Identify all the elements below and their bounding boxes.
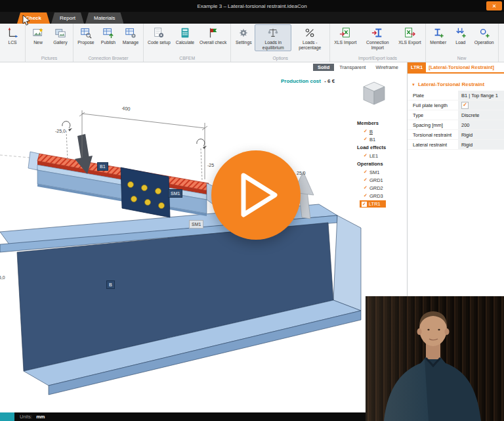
connection-import-label: Connection Import <box>362 40 393 51</box>
tree-item-b1[interactable]: ✓ B1 <box>350 135 407 143</box>
dim-label-mid: -25 <box>207 163 214 167</box>
titlebar: Example 3 – Lateral-torsional restraint.… <box>0 0 504 12</box>
view-mode-transparent[interactable]: Transparent <box>335 64 370 71</box>
calculate-button[interactable]: Calculate <box>173 24 197 46</box>
ribbon-group-label: New <box>427 55 497 62</box>
check-icon: ✓ <box>364 177 368 183</box>
chevron-down-icon: ▼ <box>411 83 415 87</box>
property-row-lateral-restraint: Lateral restraint Rigid <box>408 140 504 150</box>
property-value[interactable]: 200 <box>457 120 504 129</box>
tree-group-load-effects[interactable]: Load effects <box>350 143 407 152</box>
lcs-button[interactable]: LCS <box>1 24 24 46</box>
xls-import-button[interactable]: XLS Import <box>331 24 359 46</box>
ribbon-group-label: Import/Export loads <box>331 55 423 62</box>
member-b[interactable] <box>0 204 361 395</box>
mouse-cursor <box>22 14 30 29</box>
check-icon: ✓ <box>364 153 368 158</box>
settings-label: Settings <box>236 40 252 45</box>
check-icon: ✓ <box>364 185 368 190</box>
loads-percentage-label: Loads - percentage <box>294 40 326 51</box>
tree-item-ltr1-selected[interactable]: ✓ LTR1 <box>360 200 386 208</box>
propose-button[interactable]: Propose <box>75 24 97 46</box>
manage-button[interactable]: Manage <box>119 24 142 46</box>
operation-title: [Lateral-Torsional Restraint] <box>426 62 494 72</box>
property-row-plate: Plate B1 | Top flange 1 <box>408 91 504 100</box>
tree-item-b[interactable]: ✓ B <box>350 127 407 135</box>
overall-check-icon <box>207 26 220 39</box>
ribbon-group-label: Connection Browser <box>75 55 142 62</box>
operation-button[interactable]: Operation <box>472 24 497 46</box>
property-row-torsional-restraint: Torsional restraint Rigid <box>408 130 504 140</box>
tree-item-grd3[interactable]: ✓ GRD3 <box>350 192 407 200</box>
loads-equilibrium-label: Loads in equilibrium <box>257 40 289 51</box>
calculate-label: Calculate <box>176 40 194 45</box>
viewport-3d[interactable]: Solid Transparent Wireframe Production c… <box>0 62 407 412</box>
dim-label-right: 25,0 <box>297 171 306 175</box>
tree-group-operations[interactable]: Operations <box>350 160 407 168</box>
tree-item-le1[interactable]: ✓ LE1 <box>350 152 407 160</box>
property-value[interactable]: B1 | Top flange 1 <box>457 91 504 100</box>
badge-sm1-weld: SM1 <box>189 220 203 229</box>
member-label: Member <box>430 40 446 45</box>
tab-report[interactable]: Report <box>51 12 84 24</box>
overall-check-button[interactable]: Overall check <box>197 24 229 46</box>
load-button[interactable]: Load <box>450 24 472 46</box>
tree-group-members[interactable]: Members <box>350 119 407 127</box>
check-icon: ✓ <box>364 137 368 142</box>
settings-gear-icon <box>237 26 250 39</box>
property-value: ✓ <box>457 100 504 110</box>
checkbox-checked-icon[interactable]: ✓ <box>461 102 469 109</box>
code-setup-button[interactable]: Code setup <box>145 24 173 46</box>
connection-import-icon <box>371 26 384 39</box>
xls-export-button[interactable]: XLS Export <box>396 24 423 46</box>
new-picture-button[interactable]: New <box>27 24 49 46</box>
tree-item-grd2[interactable]: ✓ GRD2 <box>350 184 407 192</box>
video-play-button[interactable] <box>211 150 301 240</box>
property-label: Torsional restraint <box>408 130 457 139</box>
status-accent-block <box>0 412 14 421</box>
tabbar: Check Report Materials <box>0 12 504 24</box>
gallery-button[interactable]: Gallery <box>49 24 72 46</box>
property-label: Spacing [mm] <box>408 120 457 129</box>
property-value[interactable]: Rigid <box>457 140 504 149</box>
tree-item-sm1[interactable]: ✓ SM1 <box>350 168 407 176</box>
connection-import-button[interactable]: Connection Import <box>359 24 396 51</box>
units-value[interactable]: mm <box>36 414 45 420</box>
settings-button[interactable]: Settings <box>232 24 255 46</box>
view-mode-wireframe[interactable]: Wireframe <box>371 64 403 71</box>
member-icon <box>432 26 445 39</box>
manage-icon <box>124 26 137 39</box>
model-3d[interactable] <box>0 62 407 412</box>
check-icon: ✓ <box>364 129 368 134</box>
property-value[interactable]: Discrete <box>457 110 504 120</box>
tree-item-grd1[interactable]: ✓ GRD1 <box>350 176 407 184</box>
dim-label-left: -25,0 <box>55 129 66 133</box>
loads-equilibrium-icon <box>266 26 280 39</box>
loads-percentage-button[interactable]: Loads - percentage <box>291 24 328 51</box>
view-mode-solid[interactable]: Solid <box>313 64 334 71</box>
close-button[interactable]: ✕ <box>486 1 502 11</box>
presenter-video-overlay[interactable] <box>366 296 504 421</box>
code-setup-icon <box>152 26 165 39</box>
navigation-cube[interactable] <box>362 81 386 108</box>
property-value[interactable]: Rigid <box>457 130 504 139</box>
production-cost-label: Production cost <box>281 78 321 84</box>
model-tree: Members ✓ B ✓ B1 Load effects ✓ LE1 Oper… <box>350 119 407 208</box>
xls-export-icon <box>403 26 416 39</box>
member-button[interactable]: Member <box>427 24 450 46</box>
check-icon: ✓ <box>364 169 368 175</box>
section-header[interactable]: ▼ Lateral-Torsional Restraint <box>411 81 504 87</box>
production-cost-value: - 6 € <box>324 78 335 84</box>
tab-materials[interactable]: Materials <box>85 12 123 24</box>
gallery-icon <box>54 26 67 39</box>
loads-in-equilibrium-button[interactable]: Loads in equilibrium <box>255 24 291 51</box>
xls-import-label: XLS Import <box>334 40 356 45</box>
ribbon-group-options: Settings Loads in equilibrium Loads - pe… <box>231 24 330 62</box>
publish-button[interactable]: Publish <box>97 24 119 46</box>
checkbox-checked-icon[interactable]: ✓ <box>362 202 367 207</box>
ribbon-group-pictures: New Gallery Pictures <box>26 24 74 62</box>
gallery-label: Gallery <box>53 40 68 45</box>
ribbon-group-lcs: LCS <box>0 24 26 62</box>
new-picture-label: New <box>33 40 43 45</box>
ribbon-group-cbfem: Code setup Calculate Overall check CBFEM <box>144 24 231 62</box>
